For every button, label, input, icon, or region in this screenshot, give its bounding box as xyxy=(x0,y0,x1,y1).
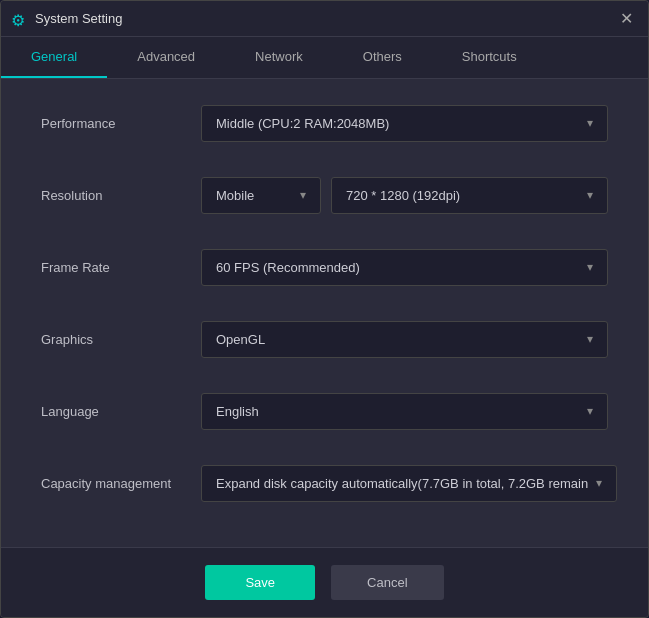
framerate-chevron-icon: ▾ xyxy=(587,260,593,274)
graphics-control: OpenGL ▾ xyxy=(201,321,608,358)
performance-control: Middle (CPU:2 RAM:2048MB) ▾ xyxy=(201,105,608,142)
cancel-button[interactable]: Cancel xyxy=(331,565,443,600)
window-title: System Setting xyxy=(35,11,614,26)
language-control: English ▾ xyxy=(201,393,608,430)
footer: Save Cancel xyxy=(1,547,648,617)
language-row: Language English ▾ xyxy=(41,387,608,435)
language-chevron-icon: ▾ xyxy=(587,404,593,418)
capacity-select[interactable]: Expand disk capacity automatically(7.7GB… xyxy=(201,465,617,502)
graphics-select[interactable]: OpenGL ▾ xyxy=(201,321,608,358)
resolution-control: Mobile ▾ 720 * 1280 (192dpi) ▾ xyxy=(201,177,608,214)
system-setting-window: ⚙ System Setting ✕ General Advanced Netw… xyxy=(0,0,649,618)
language-label: Language xyxy=(41,404,201,419)
graphics-value: OpenGL xyxy=(216,332,265,347)
graphics-chevron-icon: ▾ xyxy=(587,332,593,346)
capacity-row: Capacity management Expand disk capacity… xyxy=(41,459,608,507)
tab-shortcuts[interactable]: Shortcuts xyxy=(432,37,547,78)
performance-row: Performance Middle (CPU:2 RAM:2048MB) ▾ xyxy=(41,99,608,147)
framerate-control: 60 FPS (Recommended) ▾ xyxy=(201,249,608,286)
resolution-type-chevron-icon: ▾ xyxy=(300,188,306,202)
capacity-control: Expand disk capacity automatically(7.7GB… xyxy=(201,465,617,502)
framerate-row: Frame Rate 60 FPS (Recommended) ▾ xyxy=(41,243,608,291)
capacity-value: Expand disk capacity automatically(7.7GB… xyxy=(216,476,588,491)
capacity-label: Capacity management xyxy=(41,476,201,491)
resolution-row: Resolution Mobile ▾ 720 * 1280 (192dpi) … xyxy=(41,171,608,219)
capacity-chevron-icon: ▾ xyxy=(596,476,602,490)
graphics-row: Graphics OpenGL ▾ xyxy=(41,315,608,363)
performance-label: Performance xyxy=(41,116,201,131)
resolution-type-value: Mobile xyxy=(216,188,254,203)
titlebar: ⚙ System Setting ✕ xyxy=(1,1,648,37)
resolution-size-chevron-icon: ▾ xyxy=(587,188,593,202)
resolution-size-select[interactable]: 720 * 1280 (192dpi) ▾ xyxy=(331,177,608,214)
close-button[interactable]: ✕ xyxy=(614,7,638,31)
tab-bar: General Advanced Network Others Shortcut… xyxy=(1,37,648,79)
language-select[interactable]: English ▾ xyxy=(201,393,608,430)
gear-icon: ⚙ xyxy=(11,11,27,27)
settings-content: Performance Middle (CPU:2 RAM:2048MB) ▾ … xyxy=(1,79,648,547)
resolution-label: Resolution xyxy=(41,188,201,203)
save-button[interactable]: Save xyxy=(205,565,315,600)
framerate-select[interactable]: 60 FPS (Recommended) ▾ xyxy=(201,249,608,286)
resolution-type-select[interactable]: Mobile ▾ xyxy=(201,177,321,214)
language-value: English xyxy=(216,404,259,419)
framerate-value: 60 FPS (Recommended) xyxy=(216,260,360,275)
performance-select[interactable]: Middle (CPU:2 RAM:2048MB) ▾ xyxy=(201,105,608,142)
tab-advanced[interactable]: Advanced xyxy=(107,37,225,78)
tab-network[interactable]: Network xyxy=(225,37,333,78)
performance-value: Middle (CPU:2 RAM:2048MB) xyxy=(216,116,389,131)
graphics-label: Graphics xyxy=(41,332,201,347)
resolution-size-value: 720 * 1280 (192dpi) xyxy=(346,188,460,203)
tab-general[interactable]: General xyxy=(1,37,107,78)
framerate-label: Frame Rate xyxy=(41,260,201,275)
performance-chevron-icon: ▾ xyxy=(587,116,593,130)
tab-others[interactable]: Others xyxy=(333,37,432,78)
